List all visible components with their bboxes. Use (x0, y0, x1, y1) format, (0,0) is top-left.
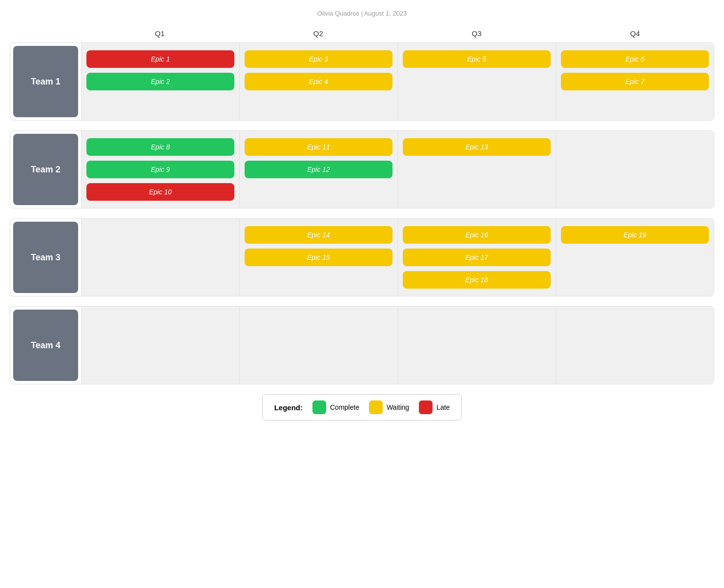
team4-q2-cell (239, 307, 397, 384)
legend-label-late: Late (436, 403, 450, 411)
header-info: Olivia Quadros | August 1, 2023 (10, 10, 714, 17)
team3-q4-cell: Epic 19 (556, 219, 714, 296)
team-cell-2: Team 2 (13, 134, 78, 205)
team-cell-4: Team 4 (13, 310, 78, 381)
quarter-headers: Q1 Q2 Q3 Q4 (10, 27, 714, 40)
team1-q3-cell: Epic 5 (397, 43, 556, 120)
team-row-3: Team 3Epic 14Epic 15Epic 16Epic 17Epic 1… (10, 218, 714, 296)
epic-pill-epic-9[interactable]: Epic 9 (86, 161, 234, 178)
epic-pill-epic-19[interactable]: Epic 19 (561, 226, 709, 244)
legend-box: Legend: CompleteWaitingLate (262, 394, 462, 420)
team-name-2: Team 2 (31, 165, 61, 175)
epic-pill-epic-1[interactable]: Epic 1 (86, 50, 234, 68)
legend-item-late: Late (419, 400, 450, 414)
legend-label-waiting: Waiting (387, 403, 409, 411)
legend-item-waiting: Waiting (369, 400, 409, 414)
legend-container: Legend: CompleteWaitingLate (10, 394, 714, 420)
epic-pill-epic-5[interactable]: Epic 5 (403, 50, 551, 68)
team1-q2-cell: Epic 3Epic 4 (239, 43, 397, 120)
team1-q4-cell: Epic 6Epic 7 (556, 43, 714, 120)
legend-item-complete: Complete (312, 400, 359, 414)
team-cell-3: Team 3 (13, 222, 78, 293)
team2-q4-cell (556, 131, 714, 208)
epic-pill-epic-15[interactable]: Epic 15 (245, 249, 393, 266)
team2-q2-cell: Epic 11Epic 12 (239, 131, 397, 208)
team2-q1-cell: Epic 8Epic 9Epic 10 (81, 131, 239, 208)
epic-pill-epic-16[interactable]: Epic 16 (403, 226, 551, 244)
legend-swatch-waiting (369, 400, 383, 414)
legend-label-complete: Complete (330, 403, 359, 411)
q3-header: Q3 (397, 27, 556, 40)
epic-pill-epic-12[interactable]: Epic 12 (245, 161, 393, 178)
date: August 1, 2023 (364, 10, 407, 17)
team4-q3-cell (397, 307, 556, 384)
q4-header: Q4 (556, 27, 715, 40)
epic-pill-epic-8[interactable]: Epic 8 (86, 138, 234, 156)
q2-header: Q2 (239, 27, 398, 40)
team4-q4-cell (556, 307, 714, 384)
epic-pill-epic-6[interactable]: Epic 6 (561, 50, 709, 68)
team3-q1-cell (81, 219, 239, 296)
team-row-4: Team 4 (10, 306, 714, 384)
q1-header: Q1 (81, 27, 239, 40)
team1-q1-cell: Epic 1Epic 2 (81, 43, 239, 120)
epic-pill-epic-18[interactable]: Epic 18 (403, 271, 551, 289)
teams-grid: Team 1Epic 1Epic 2Epic 3Epic 4Epic 5Epic… (10, 42, 714, 384)
epic-pill-epic-11[interactable]: Epic 11 (245, 138, 393, 156)
team-name-1: Team 1 (31, 77, 61, 87)
team-row-2: Team 2Epic 8Epic 9Epic 10Epic 11Epic 12E… (10, 130, 714, 209)
team-name-3: Team 3 (31, 252, 61, 263)
team-cell-1: Team 1 (13, 46, 78, 117)
team3-q2-cell: Epic 14Epic 15 (239, 219, 397, 296)
epic-pill-epic-3[interactable]: Epic 3 (245, 50, 393, 68)
team4-q1-cell (81, 307, 239, 384)
legend-swatch-complete (312, 400, 326, 414)
epic-pill-epic-10[interactable]: Epic 10 (86, 183, 234, 201)
team-row-1: Team 1Epic 1Epic 2Epic 3Epic 4Epic 5Epic… (10, 42, 714, 121)
author: Olivia Quadros (317, 10, 359, 17)
epic-pill-epic-2[interactable]: Epic 2 (86, 73, 234, 90)
team2-q3-cell: Epic 13 (397, 131, 556, 208)
legend-title: Legend: (274, 403, 303, 412)
epic-pill-epic-4[interactable]: Epic 4 (245, 73, 393, 90)
epic-pill-epic-7[interactable]: Epic 7 (561, 73, 709, 90)
team3-q3-cell: Epic 16Epic 17Epic 18 (397, 219, 556, 296)
epic-pill-epic-14[interactable]: Epic 14 (245, 226, 393, 244)
epic-pill-epic-17[interactable]: Epic 17 (403, 249, 551, 266)
epic-pill-epic-13[interactable]: Epic 13 (403, 138, 551, 156)
legend-swatch-late (419, 400, 433, 414)
team-name-4: Team 4 (31, 340, 61, 351)
legend-items: CompleteWaitingLate (312, 400, 450, 414)
